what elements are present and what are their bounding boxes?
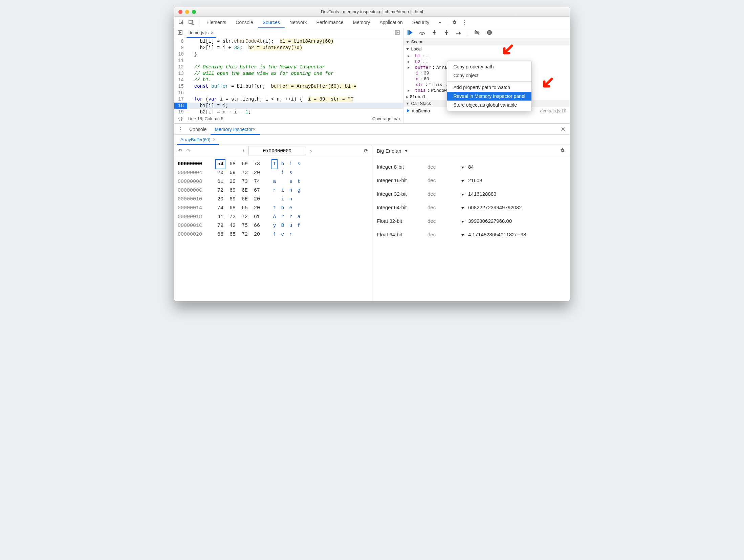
code-line[interactable]: 19 b2[i] = n - i - 1;	[174, 109, 403, 114]
tab-security[interactable]: Security	[408, 17, 434, 28]
scope-var-b1[interactable]: b1: …	[406, 53, 570, 59]
svg-point-7	[446, 30, 447, 31]
device-toolbar-icon[interactable]	[187, 18, 196, 27]
code-line[interactable]: 12 // Opening this buffer in the Memory …	[174, 64, 403, 70]
tab-console[interactable]: Console	[231, 17, 258, 28]
value-interpreter: Big Endian Integer 8-bitdec84Integer 16-…	[372, 145, 570, 301]
value-row: Integer 16-bitdec21608	[377, 173, 565, 187]
tab-network[interactable]: Network	[285, 17, 311, 28]
tab-memory[interactable]: Memory	[348, 17, 375, 28]
context-menu-item[interactable]: Reveal in Memory Inspector panel	[447, 92, 531, 101]
code-line[interactable]: 17 for (var i = str.length; i < n; ++i) …	[174, 96, 403, 103]
value-settings-icon[interactable]	[560, 148, 565, 154]
scope-header[interactable]: Scope	[403, 38, 570, 45]
settings-icon[interactable]	[450, 18, 459, 27]
annotation-arrow	[542, 78, 553, 89]
context-menu-item[interactable]: Copy property path	[447, 62, 531, 71]
value-format-select[interactable]: dec	[428, 191, 461, 197]
svg-point-6	[434, 35, 435, 36]
debugger-pane-toggle-icon[interactable]	[394, 30, 401, 36]
close-tab-icon[interactable]: ✕	[213, 137, 216, 142]
value-row: Integer 64-bitdec6082227239949792032	[377, 200, 565, 214]
tab-performance[interactable]: Performance	[311, 17, 348, 28]
value-row: Integer 8-bitdec84	[377, 160, 565, 173]
value-format-select[interactable]: dec	[428, 177, 461, 183]
code-line[interactable]: 18 b1[i] = i;	[174, 103, 403, 109]
devtools-toolbar: ElementsConsoleSourcesNetworkPerformance…	[174, 17, 570, 28]
prev-page-icon[interactable]: ‹	[243, 148, 244, 154]
value-format-select[interactable]: dec	[428, 204, 461, 210]
value-format-select[interactable]: dec	[428, 218, 461, 224]
drawer-menu-icon[interactable]: ⋮	[177, 126, 184, 132]
more-tabs-icon[interactable]: »	[435, 18, 444, 27]
close-drawer-icon[interactable]: ✕	[559, 126, 567, 133]
value-format-select[interactable]: dec	[428, 164, 461, 170]
window-title: DevTools - memory-inspector.glitch.me/de…	[174, 9, 570, 14]
undo-icon[interactable]: ↶	[178, 148, 182, 154]
close-tab-icon[interactable]: ✕	[211, 30, 214, 35]
source-tab[interactable]: demo-js.js ✕	[187, 28, 216, 38]
hex-row[interactable]: 0000002066657220fer.	[178, 230, 368, 239]
next-page-icon[interactable]: ›	[310, 148, 312, 154]
svg-rect-9	[489, 31, 489, 34]
pause-exceptions-icon[interactable]	[486, 30, 493, 36]
hex-row[interactable]: 0000000054686973This	[178, 160, 368, 169]
hex-row[interactable]: 0000001474686520the.	[178, 204, 368, 213]
kebab-menu-icon[interactable]: ⋮	[460, 18, 469, 27]
hex-row[interactable]: 0000000C72696E67ring	[178, 186, 368, 195]
step-into-icon[interactable]	[431, 30, 437, 36]
drawer-tab-console[interactable]: Console	[185, 124, 211, 134]
memory-buffer-tab[interactable]: ArrayBuffer(60) ✕	[177, 135, 219, 145]
step-icon[interactable]	[456, 30, 462, 36]
svg-rect-10	[490, 31, 490, 34]
redo-icon[interactable]: ↷	[186, 148, 191, 154]
callstack-location: demo-js.js:18	[540, 108, 566, 113]
inspect-element-icon[interactable]	[177, 18, 186, 27]
source-tab-label: demo-js.js	[189, 30, 209, 35]
tab-application[interactable]: Application	[375, 17, 408, 28]
code-line[interactable]: 8 b1[i] = str.charCodeAt(i); b1 = Uint8A…	[174, 38, 403, 45]
context-menu-item[interactable]: Add property path to watch	[447, 83, 531, 92]
titlebar: DevTools - memory-inspector.glitch.me/de…	[174, 7, 570, 17]
hex-row[interactable]: 0000000420697320.is.	[178, 169, 368, 177]
hex-row[interactable]: 0000001C79427566yBuf	[178, 221, 368, 230]
debugger-sidebar: Scope Local b1: … b2: … buffer: ArrayBuf…	[403, 28, 570, 123]
context-menu-item[interactable]: Store object as global variable	[447, 101, 531, 109]
context-menu-item[interactable]: Copy object	[447, 71, 531, 80]
tab-sources[interactable]: Sources	[258, 17, 285, 28]
annotation-arrow	[502, 44, 513, 56]
code-line[interactable]: 15 const buffer = b1.buffer; buffer = Ar…	[174, 83, 403, 90]
code-line[interactable]: 13 // will open the same view as for ope…	[174, 70, 403, 77]
value-row: Float 32-bitdec3992806227968.00	[377, 214, 565, 228]
hex-row[interactable]: 0000001841727261Arra	[178, 213, 368, 221]
refresh-icon[interactable]: ⟳	[364, 148, 368, 154]
svg-point-5	[422, 34, 423, 35]
hex-row[interactable]: 0000001020696E20.in.	[178, 195, 368, 204]
code-line[interactable]: 16	[174, 90, 403, 96]
cursor-position: Line 18, Column 5	[188, 116, 223, 121]
drawer-tab-memory-inspector[interactable]: Memory Inspector ✕	[211, 124, 260, 134]
step-out-icon[interactable]	[443, 30, 450, 36]
pretty-print-icon[interactable]: {}	[178, 116, 183, 121]
hex-row[interactable]: 0000000861207374a.st	[178, 177, 368, 186]
code-line[interactable]: 9 b2[i] = i + 33; b2 = Uint8Array(70)	[174, 45, 403, 51]
value-row: Integer 32-bitdec1416128883	[377, 187, 565, 200]
scope-local-header[interactable]: Local	[403, 45, 570, 52]
code-line[interactable]: 14 // b1.	[174, 77, 403, 83]
drawer: ⋮ ConsoleMemory Inspector ✕ ✕ ArrayBuffe…	[174, 124, 570, 301]
navigator-toggle-icon[interactable]	[176, 30, 184, 36]
resume-icon[interactable]	[407, 30, 413, 36]
code-editor[interactable]: 8 b1[i] = str.charCodeAt(i); b1 = Uint8A…	[174, 38, 403, 114]
code-line[interactable]: 10 }	[174, 51, 403, 58]
value-row: Float 64-bitdec4.171482365401182e+98	[377, 228, 565, 241]
sources-panel: demo-js.js ✕ 8 b1[i] = str.charCodeAt(i)…	[174, 28, 403, 123]
endianness-select[interactable]: Big Endian	[377, 148, 408, 154]
step-over-icon[interactable]	[419, 30, 425, 36]
address-input[interactable]: 0x00000000	[248, 147, 306, 155]
code-line[interactable]: 11	[174, 58, 403, 64]
deactivate-breakpoints-icon[interactable]	[474, 30, 480, 36]
tab-elements[interactable]: Elements	[202, 17, 231, 28]
svg-point-8	[487, 30, 492, 35]
value-format-select[interactable]: dec	[428, 232, 461, 237]
coverage-status: Coverage: n/a	[372, 116, 400, 121]
